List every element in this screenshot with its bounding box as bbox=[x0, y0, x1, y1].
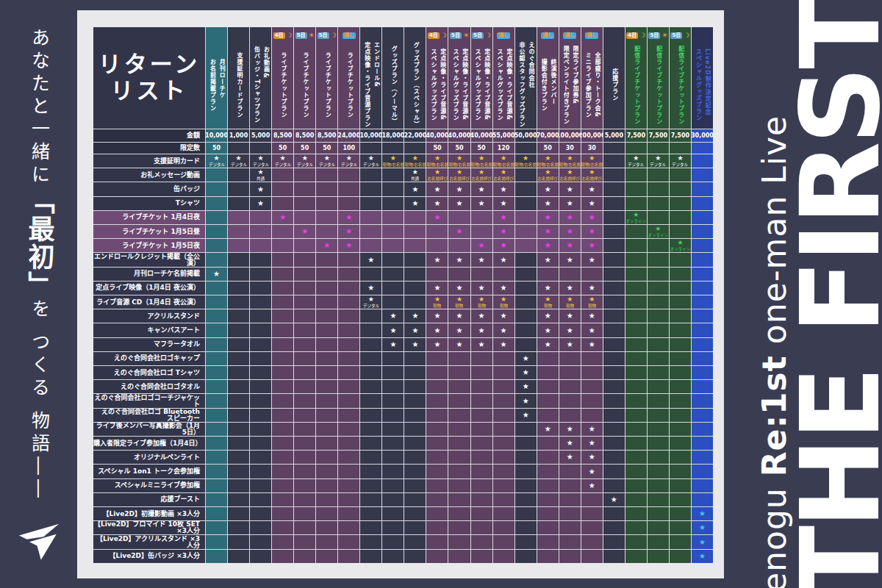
plan-name: エンドロール&定点映像・ライブ音源プラン bbox=[362, 42, 381, 128]
matrix-cell bbox=[692, 197, 713, 210]
white-star: ★ bbox=[257, 186, 264, 193]
matrix-cell: ★ bbox=[382, 323, 404, 337]
matrix-cell bbox=[648, 423, 669, 436]
matrix-cell bbox=[448, 521, 470, 534]
matrix-cell bbox=[272, 550, 293, 563]
matrix-cell bbox=[692, 479, 713, 492]
matrix-cell bbox=[206, 493, 227, 506]
plan-name: ライブチケットプラン bbox=[344, 52, 354, 118]
matrix-cell bbox=[338, 182, 359, 196]
matrix-cell bbox=[670, 211, 691, 224]
matrix-cell bbox=[338, 282, 359, 295]
mark-note: 現物/お名前 bbox=[515, 162, 537, 167]
white-star: ★ bbox=[567, 426, 573, 433]
matrix-cell bbox=[515, 535, 537, 548]
matrix-cell bbox=[670, 409, 691, 422]
matrix-cell bbox=[515, 309, 537, 323]
matrix-cell bbox=[448, 239, 470, 252]
matrix-cell: ★ bbox=[493, 239, 514, 252]
yellow-star: ★ bbox=[434, 296, 440, 303]
matrix-cell bbox=[228, 493, 249, 506]
yellow-star: ★ bbox=[567, 169, 573, 176]
matrix-cell bbox=[294, 197, 315, 210]
mark-note: オンライン bbox=[648, 233, 669, 237]
matrix-cell bbox=[228, 535, 249, 548]
schedule-badge-icon: 通し bbox=[541, 30, 554, 41]
matrix-cell bbox=[272, 182, 293, 196]
matrix-cell bbox=[338, 352, 359, 365]
white-star: ★ bbox=[390, 341, 396, 348]
enogu-logo-icon bbox=[19, 523, 60, 562]
matrix-cell bbox=[559, 465, 581, 478]
matrix-cell bbox=[404, 225, 426, 238]
white-star: ★ bbox=[258, 155, 264, 162]
matrix-cell bbox=[471, 451, 492, 464]
matrix-cell: ★デジタル bbox=[250, 154, 271, 168]
matrix-cell: ★デジタル bbox=[360, 295, 381, 309]
mark-note: お名前呼び bbox=[427, 177, 448, 182]
moon-icon: ☽ bbox=[485, 32, 491, 39]
matrix-cell: ★ bbox=[426, 323, 448, 337]
moon-icon: ☽ bbox=[331, 32, 337, 39]
plan-name: 配信ライブチケットプラン bbox=[631, 46, 641, 125]
matrix-cell bbox=[316, 352, 337, 365]
matrix-cell bbox=[625, 338, 647, 351]
matrix-cell bbox=[316, 366, 337, 379]
matrix-cell bbox=[692, 239, 713, 252]
white-star: ★ bbox=[390, 312, 396, 320]
matrix-cell bbox=[294, 182, 315, 196]
mark-note: デジタル bbox=[275, 162, 291, 167]
matrix-cell: ★ bbox=[338, 239, 359, 252]
matrix-cell bbox=[426, 239, 448, 252]
plan-header: 4日☽配信ライブチケットプラン bbox=[625, 27, 647, 129]
plan-name: 終演後メンバー撮影会付きプラン bbox=[538, 59, 557, 112]
white-star: ★ bbox=[478, 284, 485, 292]
yellow-star: ★ bbox=[501, 155, 506, 162]
matrix-cell bbox=[272, 535, 293, 548]
matrix-cell bbox=[382, 465, 404, 478]
green-star: ★ bbox=[655, 226, 661, 232]
matrix-cell bbox=[272, 197, 293, 210]
matrix-cell bbox=[404, 479, 426, 492]
matrix-cell bbox=[404, 535, 426, 548]
matrix-cell bbox=[404, 451, 426, 464]
plan-name: グッズプラン（スペシャル） bbox=[411, 42, 420, 128]
matrix-cell bbox=[382, 225, 404, 238]
matrix-cell bbox=[515, 239, 537, 252]
row-label: アクリルスタンド bbox=[93, 309, 205, 323]
matrix-cell bbox=[404, 366, 426, 379]
magenta-star: ★ bbox=[478, 242, 485, 249]
row-label: 定点ライブ映像（1月4日 夜公演） bbox=[93, 282, 205, 295]
matrix-cell bbox=[404, 282, 426, 295]
matrix-cell bbox=[272, 253, 293, 266]
limit-cell: 50 bbox=[294, 143, 315, 154]
matrix-cell bbox=[471, 550, 492, 563]
plan-name: 配信ライブチケットプラン bbox=[653, 46, 663, 125]
white-star: ★ bbox=[567, 341, 573, 348]
matrix-cell bbox=[294, 535, 315, 548]
limit-cell: 120 bbox=[493, 143, 514, 154]
white-star: ★ bbox=[523, 369, 529, 376]
matrix-cell bbox=[228, 409, 249, 422]
matrix-cell bbox=[648, 197, 669, 210]
matrix-cell bbox=[692, 394, 713, 407]
matrix-cell: ★ bbox=[559, 211, 581, 224]
plan-name: ライブチケットプラン bbox=[278, 52, 287, 118]
matrix-cell: ★現物/お名前 bbox=[448, 154, 470, 168]
amount-cell: 8,500 bbox=[316, 129, 337, 142]
matrix-cell bbox=[404, 394, 426, 407]
matrix-cell bbox=[404, 550, 426, 563]
white-star: ★ bbox=[633, 155, 639, 162]
plan-name: 定点映像・ライブ音源&スペシャルグッズプラン bbox=[472, 49, 491, 121]
matrix-cell bbox=[228, 323, 249, 337]
matrix-cell: ★デジタル bbox=[272, 154, 293, 168]
magenta-star: ★ bbox=[345, 228, 352, 235]
moon-icon: ☽ bbox=[441, 32, 447, 39]
yellow-star: ★ bbox=[390, 155, 396, 162]
row-label: 支援証明カード bbox=[93, 154, 205, 168]
matrix-cell: ★ bbox=[448, 253, 470, 266]
matrix-cell bbox=[559, 521, 581, 534]
amount-row-label: 金額 bbox=[93, 129, 205, 142]
matrix-cell: ★ bbox=[692, 521, 713, 534]
matrix-cell bbox=[228, 168, 249, 182]
